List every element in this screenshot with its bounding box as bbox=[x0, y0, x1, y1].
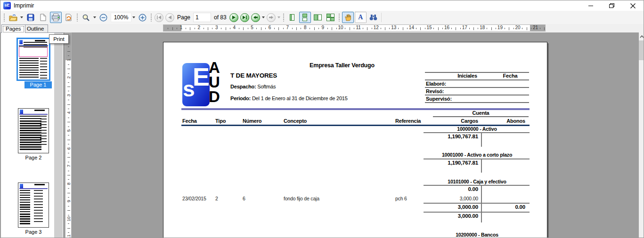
new-document-button[interactable] bbox=[37, 12, 49, 23]
toolbar-grip[interactable] bbox=[3, 13, 5, 22]
scrollbar-thumb[interactable] bbox=[639, 40, 644, 60]
ruler-tick bbox=[473, 27, 474, 30]
thumbnails-panel: Page 1 Page 2 Page 3 bbox=[0, 32, 64, 238]
vertical-ruler: 1234567891011 bbox=[65, 32, 72, 238]
ruler-tick bbox=[208, 27, 208, 30]
ruler-number: 1 bbox=[179, 25, 184, 30]
find-button[interactable] bbox=[367, 12, 379, 23]
close-button[interactable] bbox=[622, 0, 644, 11]
export-button[interactable] bbox=[63, 12, 74, 23]
magnifier-icon bbox=[82, 14, 90, 22]
ruler-tick bbox=[68, 47, 69, 47]
ruler-tick bbox=[389, 28, 390, 29]
ruler-tick bbox=[226, 27, 226, 30]
account-heading: 10101000 - Caja y efectivo bbox=[425, 179, 529, 184]
navigate-back-button[interactable] bbox=[251, 13, 260, 22]
ruler-tick bbox=[522, 28, 522, 29]
navigate-forward-button[interactable] bbox=[267, 13, 276, 22]
tx-numero: 6 bbox=[243, 196, 245, 201]
ruler-number: 19 bbox=[497, 25, 503, 30]
ruler-tick bbox=[67, 122, 70, 122]
page-1-label[interactable]: Page 1 bbox=[24, 81, 52, 88]
scroll-up-button[interactable] bbox=[639, 32, 644, 40]
zoom-level-caret[interactable] bbox=[132, 16, 135, 18]
zoom-out-button[interactable] bbox=[98, 12, 109, 23]
main-area: Page 1 Page 2 Page 3 1234567891011 bbox=[0, 32, 644, 238]
signoff-row: Revisó: bbox=[425, 88, 529, 95]
ruler-tick bbox=[540, 28, 540, 29]
ruler-tick bbox=[68, 197, 69, 198]
zoom-level-value[interactable]: 100% bbox=[111, 13, 131, 22]
tab-outline[interactable]: Outline bbox=[23, 24, 48, 32]
ruler-tick bbox=[544, 27, 545, 30]
save-button[interactable] bbox=[24, 12, 36, 23]
account-heading: 10001000 - Activo a corto plazo bbox=[425, 152, 529, 158]
ruler-tick bbox=[68, 206, 69, 206]
toolbar-grip[interactable] bbox=[283, 13, 285, 22]
toolbar-grip[interactable] bbox=[338, 13, 340, 22]
ruler-number: 3 bbox=[66, 92, 71, 98]
ruler-tick bbox=[68, 118, 69, 118]
col-numero: Número bbox=[243, 118, 261, 124]
account-heading: 10000000 - Activo bbox=[425, 126, 529, 132]
toolbar-grip[interactable] bbox=[150, 13, 152, 22]
ruler-number: 7 bbox=[285, 25, 290, 30]
ruler-tick bbox=[67, 51, 70, 52]
previous-page-button[interactable] bbox=[165, 13, 174, 22]
minimize-button[interactable] bbox=[580, 0, 601, 11]
ruler-tick bbox=[420, 27, 421, 30]
page-3-thumbnail[interactable] bbox=[18, 182, 49, 228]
ruler-tick bbox=[195, 28, 195, 29]
print-preview-window: sE Imprimir bbox=[0, 0, 644, 238]
ruler-tick bbox=[327, 28, 328, 29]
multiple-pages-view-button[interactable] bbox=[325, 12, 336, 23]
facing-pages-view-button[interactable] bbox=[312, 12, 324, 23]
app-logo-icon: sE bbox=[3, 2, 11, 9]
open-dropdown-caret[interactable] bbox=[20, 16, 23, 18]
ruler-tick bbox=[68, 153, 69, 153]
ruler-tick bbox=[407, 28, 408, 29]
zoom-tool-button[interactable] bbox=[80, 12, 92, 23]
vertical-scrollbar[interactable] bbox=[639, 32, 644, 238]
opening-balance: 1,190,767.81 bbox=[427, 134, 478, 139]
zoom-dropdown-caret[interactable] bbox=[93, 16, 96, 18]
navigate-back-caret[interactable] bbox=[262, 16, 265, 18]
ruler-tick bbox=[221, 28, 221, 29]
single-page-view-button[interactable] bbox=[286, 12, 298, 23]
page-number-input[interactable] bbox=[193, 13, 211, 22]
toolbar-separator bbox=[381, 13, 382, 22]
page-1-thumbnail[interactable] bbox=[16, 38, 50, 81]
page-2-thumbnail[interactable] bbox=[18, 108, 49, 153]
thumbnail-preview bbox=[18, 109, 49, 153]
ruler-tick bbox=[68, 135, 69, 135]
ruler-tick bbox=[318, 28, 319, 29]
col-abonos: Abonos bbox=[480, 118, 525, 124]
open-button[interactable] bbox=[7, 12, 19, 23]
ruler-tick bbox=[332, 27, 332, 30]
first-page-button[interactable] bbox=[155, 13, 163, 22]
ruler-number: 18 bbox=[480, 25, 485, 30]
document-area[interactable]: s E AUD Empresa Taller Verdugo T DE MAYO… bbox=[72, 32, 639, 238]
page-3-label[interactable]: Page 3 bbox=[20, 229, 47, 236]
ruler-tick bbox=[68, 162, 69, 162]
ruler-tick bbox=[67, 157, 70, 158]
save-floppy-icon bbox=[27, 14, 34, 21]
restore-button[interactable] bbox=[601, 0, 622, 11]
hand-pan-button[interactable] bbox=[342, 12, 354, 23]
continuous-view-button[interactable] bbox=[299, 12, 311, 23]
tab-pages[interactable]: Pages bbox=[1, 24, 25, 33]
page-2-label[interactable]: Page 2 bbox=[20, 154, 47, 161]
navigate-forward-caret[interactable] bbox=[277, 16, 280, 18]
last-page-button[interactable] bbox=[240, 13, 249, 22]
report-title: T DE MAYORES bbox=[230, 72, 277, 79]
thumbnails-scrollbar[interactable] bbox=[54, 33, 63, 238]
text-select-button[interactable]: A bbox=[355, 12, 367, 23]
ruler-tick bbox=[350, 27, 350, 30]
zoom-in-button[interactable] bbox=[137, 12, 148, 23]
print-button[interactable] bbox=[50, 12, 62, 23]
ruler-number: 8 bbox=[66, 181, 71, 186]
taccount-divider bbox=[481, 159, 482, 173]
next-page-button[interactable] bbox=[229, 13, 238, 22]
iniciales-header: Iniciales bbox=[451, 73, 484, 79]
toolbar-grip[interactable] bbox=[76, 13, 78, 22]
